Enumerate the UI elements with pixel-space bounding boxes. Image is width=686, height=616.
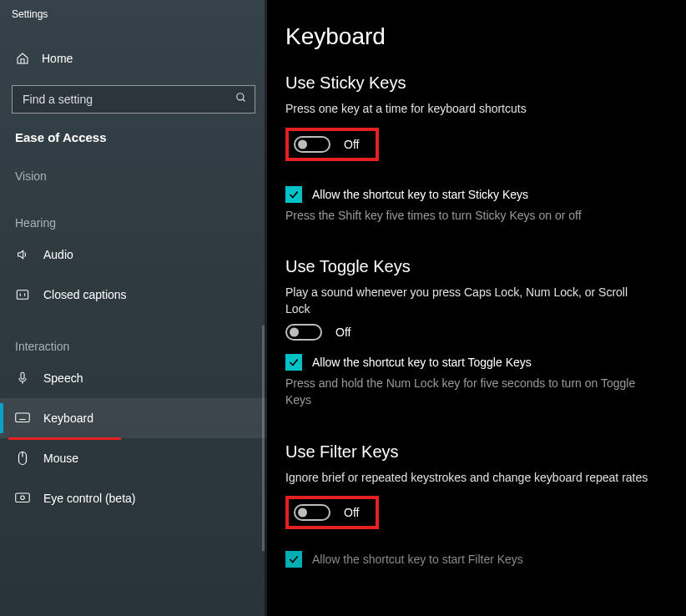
- svg-rect-4: [16, 413, 30, 422]
- sidebar-item-audio[interactable]: Audio: [0, 235, 267, 275]
- sticky-keys-toggle[interactable]: [294, 136, 330, 153]
- filter-keys-desc: Ignore brief or repeated keystrokes and …: [285, 470, 653, 487]
- main-content: Keyboard Use Sticky Keys Press one key a…: [267, 0, 686, 616]
- app-title: Settings: [0, 0, 267, 20]
- group-hearing: Hearing: [0, 188, 267, 235]
- sticky-keys-toggle-label: Off: [344, 138, 359, 151]
- filter-keys-toggle-label: Off: [344, 506, 359, 519]
- toggle-keys-toggle-label: Off: [335, 326, 351, 339]
- search-input[interactable]: [12, 85, 255, 114]
- search-icon[interactable]: [235, 92, 247, 107]
- toggle-keys-shortcut-label: Allow the shortcut key to start Toggle K…: [312, 356, 532, 369]
- home-label: Home: [42, 52, 73, 65]
- home-icon: [15, 52, 30, 65]
- svg-point-0: [237, 93, 244, 100]
- filter-keys-shortcut-checkbox[interactable]: [285, 551, 302, 568]
- sidebar-item-keyboard[interactable]: Keyboard: [0, 398, 267, 438]
- svg-rect-3: [21, 372, 24, 379]
- sidebar-item-closed-captions[interactable]: Closed captions: [0, 275, 267, 315]
- sidebar-section-title: Ease of Access: [0, 130, 267, 144]
- sidebar-item-eye-control[interactable]: Eye control (beta): [0, 478, 267, 518]
- group-interaction: Interaction: [0, 315, 267, 358]
- sidebar-item-label: Mouse: [43, 452, 78, 465]
- toggle-keys-toggle[interactable]: [285, 324, 322, 341]
- sidebar-item-label: Closed captions: [43, 288, 127, 301]
- section-heading-toggle-keys: Use Toggle Keys: [285, 257, 663, 276]
- svg-rect-2: [17, 290, 28, 300]
- sticky-keys-hint: Press the Shift key five times to turn S…: [285, 208, 653, 225]
- sidebar-item-speech[interactable]: Speech: [0, 358, 267, 398]
- sidebar-item-label: Speech: [43, 371, 83, 385]
- filter-keys-toggle[interactable]: [294, 504, 330, 521]
- annotation-highlight-sticky: Off: [285, 128, 379, 161]
- group-vision: Vision: [0, 149, 267, 188]
- keyboard-icon: [15, 412, 30, 424]
- toggle-keys-shortcut-checkbox[interactable]: [285, 354, 302, 371]
- sidebar-item-label: Eye control (beta): [43, 492, 136, 505]
- annotation-highlight-filter: Off: [285, 496, 379, 529]
- section-heading-filter-keys: Use Filter Keys: [285, 442, 663, 462]
- filter-keys-shortcut-label: Allow the shortcut key to start Filter K…: [312, 553, 523, 566]
- svg-rect-12: [16, 493, 30, 502]
- home-button[interactable]: Home: [0, 40, 267, 77]
- microphone-icon: [15, 371, 30, 385]
- sidebar: Settings Home Ease of Access Vision Hear…: [0, 0, 267, 616]
- svg-line-1: [243, 99, 245, 102]
- sticky-keys-shortcut-checkbox[interactable]: [285, 186, 302, 203]
- audio-icon: [15, 248, 30, 261]
- sidebar-item-label: Keyboard: [43, 412, 93, 425]
- mouse-icon: [15, 451, 30, 466]
- sticky-keys-shortcut-label: Allow the shortcut key to start Sticky K…: [312, 188, 528, 201]
- eye-control-icon: [15, 492, 30, 504]
- closed-captions-icon: [15, 289, 30, 300]
- toggle-keys-desc: Play a sound whenever you press Caps Loc…: [285, 285, 653, 317]
- toggle-keys-hint: Press and hold the Num Lock key for five…: [285, 376, 653, 408]
- sticky-keys-desc: Press one key at a time for keyboard sho…: [285, 101, 653, 118]
- svg-point-13: [21, 496, 25, 500]
- section-heading-sticky-keys: Use Sticky Keys: [285, 73, 663, 93]
- sidebar-item-mouse[interactable]: Mouse: [0, 438, 267, 478]
- search-wrap: [12, 85, 255, 114]
- sidebar-item-label: Audio: [43, 248, 73, 261]
- page-title: Keyboard: [285, 23, 663, 50]
- annotation-underline: [8, 437, 121, 440]
